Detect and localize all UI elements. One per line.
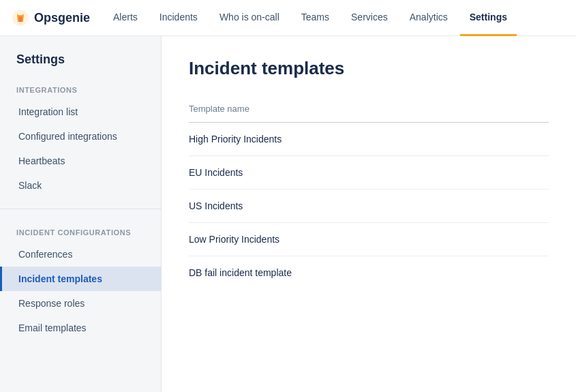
nav-settings[interactable]: Settings <box>460 0 517 36</box>
logo[interactable]: Opsgenie <box>11 8 90 27</box>
nav-who-is-on-call[interactable]: Who is on-call <box>210 0 289 36</box>
sidebar-divider <box>0 209 161 209</box>
top-navigation: Opsgenie Alerts Incidents Who is on-call… <box>0 0 576 36</box>
nav-teams[interactable]: Teams <box>292 0 339 36</box>
sidebar-item-response-roles[interactable]: Response roles <box>0 291 161 316</box>
sidebar-item-incident-templates[interactable]: Incident templates <box>0 267 161 291</box>
sidebar-item-conferences[interactable]: Conferences <box>0 242 161 267</box>
sidebar-item-configured-integrations[interactable]: Configured integrations <box>0 124 161 149</box>
template-name-cell: EU Incidents <box>189 156 549 190</box>
template-name-cell: Low Priority Incidents <box>189 223 549 256</box>
nav-services[interactable]: Services <box>342 0 397 36</box>
table-row[interactable]: Low Priority Incidents <box>189 223 549 256</box>
template-name-cell: High Priority Incidents <box>189 123 549 156</box>
main-content: Incident templates Template name High Pr… <box>162 36 576 392</box>
logo-text: Opsgenie <box>34 11 90 25</box>
template-name-cell: US Incidents <box>189 190 549 223</box>
sidebar: Settings INTEGRATIONS Integration list C… <box>0 36 162 392</box>
sidebar-item-slack[interactable]: Slack <box>0 173 161 198</box>
sidebar-item-integration-list[interactable]: Integration list <box>0 100 161 124</box>
table-row[interactable]: EU Incidents <box>189 156 549 190</box>
page-title: Incident templates <box>189 58 549 79</box>
template-table: Template name High Priority Incidents EU… <box>189 98 549 289</box>
sidebar-section-integrations: INTEGRATIONS <box>0 78 161 100</box>
logo-icon <box>11 8 30 27</box>
main-layout: Settings INTEGRATIONS Integration list C… <box>0 36 576 392</box>
table-row[interactable]: US Incidents <box>189 190 549 223</box>
sidebar-item-email-templates[interactable]: Email templates <box>0 316 161 340</box>
table-row[interactable]: DB fail incident template <box>189 256 549 290</box>
nav-incidents[interactable]: Incidents <box>150 0 207 36</box>
table-row[interactable]: High Priority Incidents <box>189 123 549 156</box>
nav-alerts[interactable]: Alerts <box>104 0 147 36</box>
nav-analytics[interactable]: Analytics <box>400 0 457 36</box>
sidebar-item-heartbeats[interactable]: Heartbeats <box>0 149 161 173</box>
template-name-cell: DB fail incident template <box>189 256 549 290</box>
column-template-name: Template name <box>189 98 549 123</box>
sidebar-title: Settings <box>0 52 161 78</box>
sidebar-section-incident-configurations: INCIDENT CONFIGURATIONS <box>0 220 161 242</box>
